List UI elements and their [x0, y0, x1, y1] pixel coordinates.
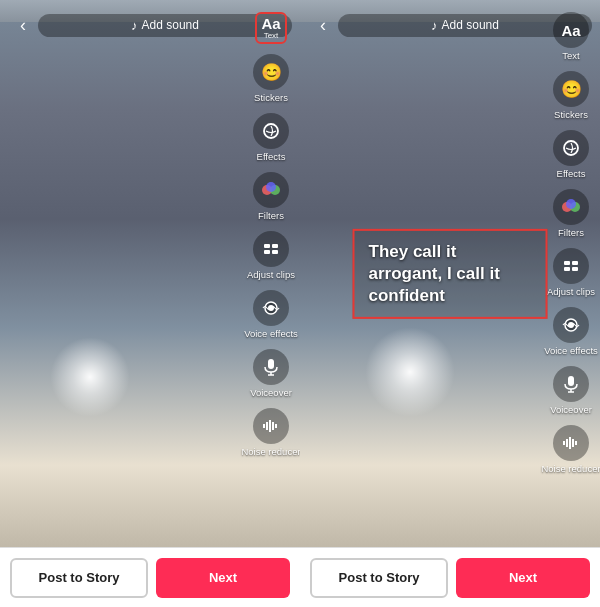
voiceover-tool-left[interactable]: Voiceover — [242, 345, 300, 402]
svg-point-3 — [266, 182, 276, 192]
bottom-bar: Post to Story Next Post to Story Next — [0, 547, 600, 607]
text-aa-left: Aa — [261, 16, 280, 31]
noise-icon-right — [553, 425, 589, 461]
stickers-icon-left: 😊 — [253, 54, 289, 90]
panel-right: They call it arrogant, I call it confide… — [300, 0, 600, 547]
svg-rect-32 — [566, 439, 568, 447]
music-icon-left: ♪ — [131, 18, 138, 33]
noise-tool-left[interactable]: Noise reducer — [242, 404, 300, 461]
right-toolbar-left: Aa Text 😊 Stickers Effects — [242, 0, 300, 469]
text-icon-right: Aa — [553, 12, 589, 48]
svg-rect-15 — [269, 420, 271, 432]
text-tool-right[interactable]: Aa Text — [542, 8, 600, 65]
text-tool-left[interactable]: Aa Text — [242, 8, 300, 48]
svg-rect-13 — [263, 424, 265, 428]
voice-effects-label-right: Voice effects — [544, 345, 598, 356]
effects-tool-left[interactable]: Effects — [242, 109, 300, 166]
effects-label-right: Effects — [557, 168, 586, 179]
adjust-label-left: Adjust clips — [247, 269, 295, 280]
filters-icon-left — [253, 172, 289, 208]
add-sound-label-left: Add sound — [142, 18, 199, 32]
filters-label-left: Filters — [258, 210, 284, 221]
effects-tool-right[interactable]: Effects — [542, 126, 600, 183]
effects-icon-right — [553, 130, 589, 166]
effects-icon-left — [253, 113, 289, 149]
light-blob-left — [50, 337, 130, 417]
svg-rect-28 — [568, 376, 574, 386]
stickers-icon-right: 😊 — [553, 71, 589, 107]
noise-tool-right[interactable]: Noise reducer — [542, 421, 600, 478]
svg-rect-22 — [564, 261, 570, 265]
svg-rect-35 — [575, 441, 577, 445]
voiceover-tool-right[interactable]: Voiceover — [542, 362, 600, 419]
text-tool-box-left: Aa Text — [255, 12, 286, 44]
right-toolbar-right: Aa Text 😊 Stickers Effects — [542, 0, 600, 486]
filters-label-right: Filters — [558, 227, 584, 238]
svg-rect-7 — [272, 250, 278, 254]
svg-rect-17 — [275, 424, 277, 428]
adjust-tool-left[interactable]: Adjust clips — [242, 227, 300, 284]
svg-rect-24 — [564, 267, 570, 271]
voice-effects-icon-right — [553, 307, 589, 343]
post-story-button-right[interactable]: Post to Story — [310, 558, 448, 598]
filters-tool-right[interactable]: Filters — [542, 185, 600, 242]
voiceover-icon-left — [253, 349, 289, 385]
effects-label-left: Effects — [257, 151, 286, 162]
panels-container: ‹ ♪ Add sound Aa Text 😊 Stickers — [0, 0, 600, 547]
voiceover-label-right: Voiceover — [550, 404, 592, 415]
filters-tool-left[interactable]: Filters — [242, 168, 300, 225]
music-icon-right: ♪ — [431, 18, 438, 33]
bottom-section-left: Post to Story Next — [0, 558, 300, 598]
svg-rect-4 — [264, 244, 270, 248]
voice-effects-tool-left[interactable]: Voice effects — [242, 286, 300, 343]
filters-icon-right — [553, 189, 589, 225]
stickers-label-right: Stickers — [554, 109, 588, 120]
panel-left: ‹ ♪ Add sound Aa Text 😊 Stickers — [0, 0, 300, 547]
back-button-right[interactable]: ‹ — [308, 15, 338, 36]
stickers-label-left: Stickers — [254, 92, 288, 103]
svg-rect-10 — [268, 359, 274, 369]
quote-text: They call it arrogant, I call it confide… — [369, 241, 500, 304]
text-aa-right: Aa — [561, 22, 580, 39]
voice-effects-tool-right[interactable]: Voice effects — [542, 303, 600, 360]
post-story-button-left[interactable]: Post to Story — [10, 558, 148, 598]
adjust-icon-right — [553, 248, 589, 284]
adjust-label-right: Adjust clips — [547, 286, 595, 297]
voice-effects-icon-left — [253, 290, 289, 326]
svg-rect-34 — [572, 439, 574, 447]
quote-overlay: They call it arrogant, I call it confide… — [353, 228, 548, 318]
svg-rect-33 — [569, 437, 571, 449]
text-label-left: Text — [264, 31, 279, 40]
stickers-tool-right[interactable]: 😊 Stickers — [542, 67, 600, 124]
svg-rect-14 — [266, 422, 268, 430]
voice-effects-label-left: Voice effects — [244, 328, 298, 339]
add-sound-label-right: Add sound — [442, 18, 499, 32]
next-button-left[interactable]: Next — [156, 558, 290, 598]
svg-rect-23 — [572, 261, 578, 265]
stickers-tool-left[interactable]: 😊 Stickers — [242, 50, 300, 107]
light-blob-right — [365, 327, 455, 417]
text-label-right: Text — [562, 50, 579, 61]
svg-rect-16 — [272, 422, 274, 430]
svg-point-21 — [566, 199, 576, 209]
voiceover-label-left: Voiceover — [250, 387, 292, 398]
noise-label-left: Noise reducer — [241, 446, 300, 457]
bottom-section-right: Post to Story Next — [300, 558, 600, 598]
voiceover-icon-right — [553, 366, 589, 402]
back-button-left[interactable]: ‹ — [8, 15, 38, 36]
svg-rect-31 — [563, 441, 565, 445]
noise-label-right: Noise reducer — [541, 463, 600, 474]
adjust-icon-left — [253, 231, 289, 267]
svg-rect-6 — [264, 250, 270, 254]
adjust-tool-right[interactable]: Adjust clips — [542, 244, 600, 301]
svg-rect-25 — [572, 267, 578, 271]
noise-icon-left — [253, 408, 289, 444]
next-button-right[interactable]: Next — [456, 558, 590, 598]
svg-rect-5 — [272, 244, 278, 248]
